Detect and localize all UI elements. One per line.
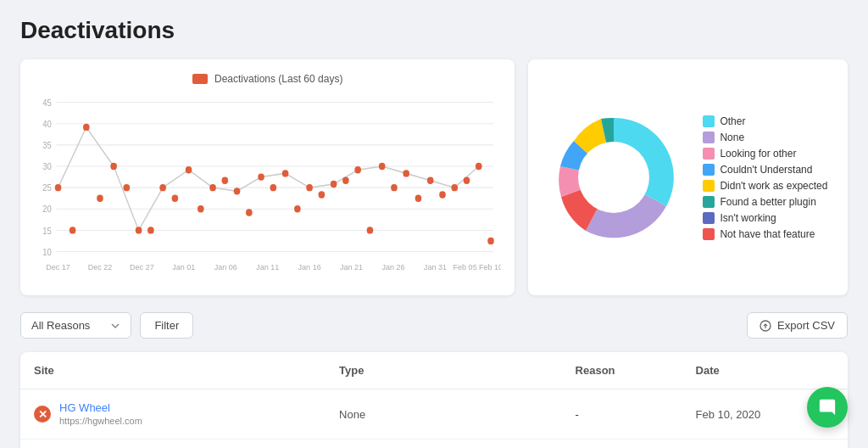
svg-point-38: [172, 195, 179, 202]
line-chart-path: [58, 127, 479, 231]
svg-point-47: [391, 184, 398, 191]
legend-label-looking: Looking for other: [720, 148, 796, 160]
svg-point-35: [97, 195, 103, 202]
svg-text:40: 40: [42, 119, 52, 129]
chevron-down-icon: [110, 321, 120, 331]
legend-item-other: Other: [703, 115, 827, 127]
site-cell-1: ✕ HG Wheel https://hgwheel.com: [34, 401, 312, 427]
svg-point-64: [578, 142, 649, 213]
svg-point-17: [83, 124, 90, 131]
export-csv-button[interactable]: Export CSV: [747, 312, 848, 339]
col-reason: Reason: [562, 352, 682, 389]
svg-point-31: [427, 177, 434, 184]
svg-text:Feb 10: Feb 10: [479, 261, 501, 272]
site-info-1: HG Wheel https://hgwheel.com: [59, 401, 142, 427]
svg-text:10: 10: [42, 247, 52, 257]
svg-point-50: [464, 177, 470, 184]
col-date: Date: [682, 352, 848, 389]
legend-label-better: Found a better plugin: [720, 196, 815, 208]
svg-point-44: [319, 191, 326, 198]
line-chart-svg: 45 40 35 30 25 20 15 10: [34, 92, 501, 278]
chat-fab-button[interactable]: [807, 387, 848, 428]
svg-point-46: [367, 227, 374, 233]
legend-item-nothave: Not have that feature: [703, 228, 827, 240]
svg-point-29: [379, 163, 386, 170]
table-row: ✕ Dealmart BD https://www.dealmartbd.com…: [20, 440, 848, 449]
svg-point-36: [124, 184, 131, 191]
svg-point-43: [294, 205, 301, 212]
table-body: ✕ HG Wheel https://hgwheel.com None - Fe…: [20, 389, 848, 449]
deactivations-table: Site Type Reason Date ✕ HG Wheel https:/…: [20, 352, 848, 448]
legend-label-none: None: [720, 132, 744, 143]
svg-point-24: [258, 173, 264, 180]
svg-text:Dec 17: Dec 17: [46, 261, 70, 272]
svg-point-28: [354, 166, 361, 173]
reasons-dropdown-label: All Reasons: [31, 319, 90, 332]
line-chart-legend-color: [192, 74, 208, 84]
col-type: Type: [326, 352, 562, 389]
line-chart-card: Deactivations (Last 60 days) 45 40 35 30…: [20, 59, 515, 295]
line-chart-legend-label: Deactivations (Last 60 days): [214, 73, 342, 85]
svg-text:Jan 26: Jan 26: [381, 261, 404, 272]
svg-point-45: [342, 177, 349, 184]
svg-point-16: [55, 184, 62, 191]
message-icon: [818, 398, 837, 417]
date-cell-2: Feb 10, 2020: [682, 440, 848, 449]
svg-point-49: [439, 191, 446, 198]
svg-text:Jan 11: Jan 11: [256, 261, 279, 272]
svg-point-22: [209, 184, 216, 191]
site-url-1: https://hgwheel.com: [59, 416, 142, 426]
svg-point-33: [476, 163, 482, 170]
svg-point-48: [415, 195, 422, 202]
svg-text:30: 30: [42, 162, 52, 172]
legend-item-isnt: Isn't working: [703, 212, 827, 224]
donut-legend: Other None Looking for other Couldn't Un…: [703, 115, 827, 240]
svg-text:25: 25: [42, 183, 52, 193]
legend-color-looking: [703, 148, 715, 160]
svg-point-30: [403, 170, 409, 176]
svg-text:Dec 27: Dec 27: [130, 261, 154, 272]
svg-text:35: 35: [42, 141, 52, 151]
donut-chart-svg: [542, 105, 686, 249]
svg-point-25: [282, 170, 289, 176]
legend-color-didnt: [703, 180, 715, 192]
type-cell-2: Found a better plugin: [326, 440, 562, 449]
legend-item-looking: Looking for other: [703, 148, 827, 160]
svg-point-26: [306, 184, 313, 191]
charts-row: Deactivations (Last 60 days) 45 40 35 30…: [20, 59, 848, 295]
reasons-dropdown[interactable]: All Reasons: [20, 312, 131, 339]
svg-point-18: [110, 163, 117, 170]
legend-color-isnt: [703, 212, 715, 224]
line-chart-header: Deactivations (Last 60 days): [34, 73, 501, 85]
legend-item-didnt: Didn't work as expected: [703, 180, 827, 192]
site-link-1[interactable]: HG Wheel: [59, 401, 142, 414]
svg-text:Dec 22: Dec 22: [88, 261, 113, 272]
reason-cell-2: -: [562, 440, 682, 449]
legend-item-couldnt: Couldn't Understand: [703, 164, 827, 176]
legend-item-better: Found a better plugin: [703, 196, 827, 208]
svg-point-41: [246, 209, 253, 216]
legend-label-nothave: Not have that feature: [720, 228, 815, 240]
remove-icon-1[interactable]: ✕: [34, 406, 51, 423]
svg-point-21: [186, 166, 192, 173]
reason-cell-1: -: [562, 389, 682, 440]
legend-label-other: Other: [720, 115, 745, 127]
deactivations-table-card: Site Type Reason Date ✕ HG Wheel https:/…: [20, 352, 848, 448]
svg-text:Jan 16: Jan 16: [298, 261, 321, 272]
svg-text:Feb 05: Feb 05: [453, 261, 477, 272]
table-row: ✕ HG Wheel https://hgwheel.com None - Fe…: [20, 389, 848, 440]
legend-color-nothave: [703, 228, 715, 240]
svg-point-32: [451, 184, 458, 191]
donut-chart-card: Other None Looking for other Couldn't Un…: [528, 59, 848, 295]
svg-point-23: [234, 188, 241, 194]
legend-color-none: [703, 132, 715, 143]
legend-color-better: [703, 196, 715, 208]
svg-point-27: [331, 181, 337, 188]
y-axis: 45 40 35 30 25 20 15 10: [42, 98, 493, 257]
legend-item-none: None: [703, 132, 827, 143]
svg-text:Jan 31: Jan 31: [424, 261, 447, 272]
svg-point-40: [222, 177, 229, 184]
svg-text:Jan 21: Jan 21: [340, 261, 363, 272]
svg-text:20: 20: [42, 204, 52, 215]
filter-button[interactable]: Filter: [140, 312, 193, 339]
